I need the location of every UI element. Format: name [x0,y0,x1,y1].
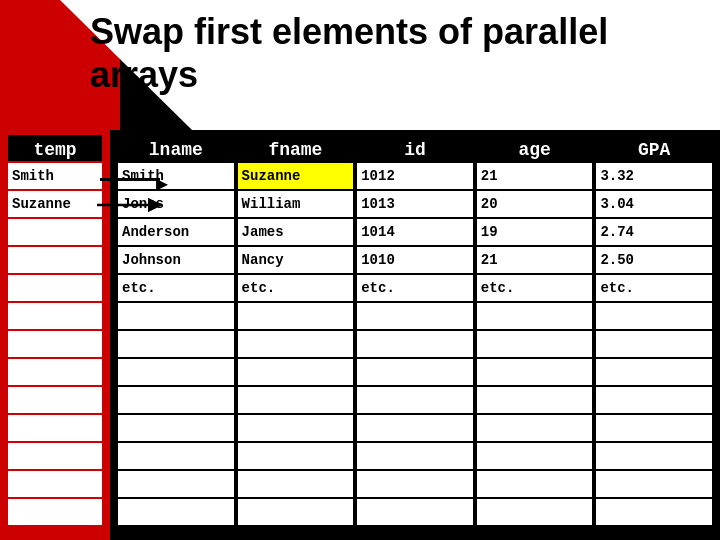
age-cell-5 [477,303,593,329]
temp-cell-7 [8,359,102,385]
title-line1: Swap first elements of parallel [90,10,608,53]
age-cell-2: 19 [477,219,593,245]
id-cell-7 [357,359,473,385]
temp-cell-6 [8,331,102,357]
temp-cell-1: Suzanne [8,191,102,217]
lname-cell-2: Anderson [118,219,234,245]
fname-cell-5 [238,303,354,329]
id-cell-5 [357,303,473,329]
fname-cell-6 [238,331,354,357]
title-line2: arrays [90,53,608,96]
gpa-cell-7 [596,359,712,385]
temp-cell-11 [8,471,102,497]
fname-cell-10 [238,443,354,469]
temp-cell-2 [8,219,102,245]
age-cell-8 [477,387,593,413]
temp-cell-3 [8,247,102,273]
lname-cell-4: etc. [118,275,234,301]
age-cell-1: 20 [477,191,593,217]
lname-cell-7 [118,359,234,385]
fname-cell-0: Suzanne [238,163,354,189]
lname-cell-3: Johnson [118,247,234,273]
id-cell-11 [357,471,473,497]
id-header: id [357,135,473,161]
fname-cell-3: Nancy [238,247,354,273]
gpa-cell-6 [596,331,712,357]
lname-cell-9 [118,415,234,441]
gpa-cell-8 [596,387,712,413]
temp-cell-9 [8,415,102,441]
gpa-cell-0: 3.32 [596,163,712,189]
id-cell-8 [357,387,473,413]
age-header: age [477,135,593,161]
id-cell-3: 1010 [357,247,473,273]
gpa-cell-9 [596,415,712,441]
fname-column: fname Suzanne William James Nancy etc. [238,135,354,535]
lname-cell-11 [118,471,234,497]
temp-header: temp [8,135,102,161]
fname-cell-8 [238,387,354,413]
suzanne-arrow [95,195,165,215]
id-cell-2: 1014 [357,219,473,245]
gpa-header: GPA [596,135,712,161]
arrow-indicator: ▶ [100,178,160,181]
age-cell-7 [477,359,593,385]
age-column: age 21 20 19 21 etc. [477,135,593,535]
id-cell-9 [357,415,473,441]
id-cell-12 [357,499,473,525]
lname-cell-12 [118,499,234,525]
fname-cell-11 [238,471,354,497]
lname-cell-8 [118,387,234,413]
age-cell-12 [477,499,593,525]
fname-cell-12 [238,499,354,525]
fname-cell-1: William [238,191,354,217]
id-cell-4: etc. [357,275,473,301]
age-cell-6 [477,331,593,357]
gpa-cell-1: 3.04 [596,191,712,217]
age-cell-4: etc. [477,275,593,301]
lname-cell-10 [118,443,234,469]
lname-cell-5 [118,303,234,329]
gpa-cell-12 [596,499,712,525]
fname-cell-7 [238,359,354,385]
id-cell-10 [357,443,473,469]
age-cell-3: 21 [477,247,593,273]
gpa-cell-10 [596,443,712,469]
temp-column: temp Smith Suzanne [0,130,110,540]
temp-cell-12 [8,499,102,525]
gpa-column: GPA 3.32 3.04 2.74 2.50 etc. [596,135,712,535]
fname-header: fname [238,135,354,161]
temp-cell-4 [8,275,102,301]
temp-cell-10 [8,443,102,469]
id-column: id 1012 1013 1014 1010 etc. [357,135,473,535]
fname-cell-9 [238,415,354,441]
age-cell-0: 21 [477,163,593,189]
main-content: temp Smith Suzanne ▶ lname Smith Jones A… [0,130,720,540]
temp-cell-5 [8,303,102,329]
id-cell-0: 1012 [357,163,473,189]
id-cell-6 [357,331,473,357]
gpa-cell-11 [596,471,712,497]
gpa-cell-5 [596,303,712,329]
slide-title: Swap first elements of parallel arrays [90,10,608,96]
temp-cell-8 [8,387,102,413]
lname-cell-0: Smith [118,163,234,189]
id-cell-1: 1013 [357,191,473,217]
lname-header: lname [118,135,234,161]
temp-cell-0: Smith [8,163,102,189]
age-cell-9 [477,415,593,441]
age-cell-10 [477,443,593,469]
fname-cell-4: etc. [238,275,354,301]
lname-cell-6 [118,331,234,357]
tables-area: lname Smith Jones Anderson Johnson etc. … [110,130,720,540]
gpa-cell-2: 2.74 [596,219,712,245]
age-cell-11 [477,471,593,497]
gpa-cell-4: etc. [596,275,712,301]
fname-cell-2: James [238,219,354,245]
gpa-cell-3: 2.50 [596,247,712,273]
